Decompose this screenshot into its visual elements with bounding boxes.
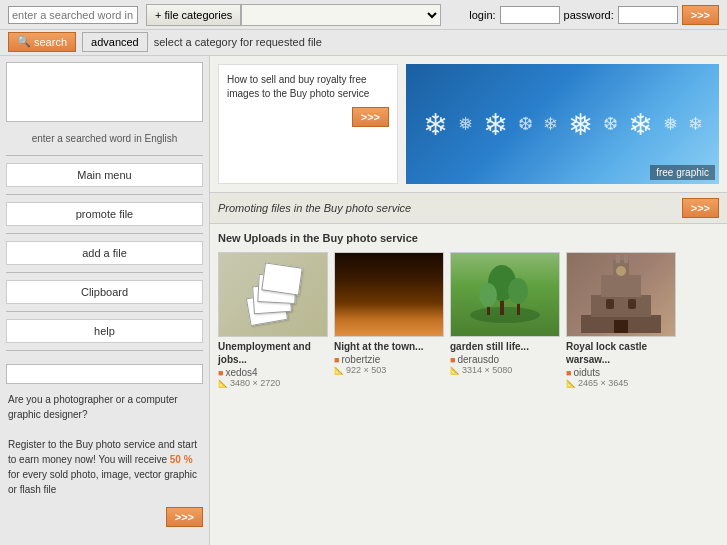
upload-dims-4: 📐 2465 × 3645 <box>566 378 676 388</box>
snowflake-9: ❅ <box>663 113 678 135</box>
upload-info-3: garden still life... ■ derausdo 📐 3314 ×… <box>450 337 560 378</box>
login-input[interactable] <box>500 6 560 24</box>
author-icon-4: ■ <box>566 368 571 378</box>
author-icon-3: ■ <box>450 355 455 365</box>
upload-dims-3: 📐 3314 × 5080 <box>450 365 560 375</box>
upload-dims-2: 📐 922 × 503 <box>334 365 444 375</box>
login-label: login: <box>469 9 495 21</box>
search-label: search <box>34 36 67 48</box>
sidebar-divider-5 <box>6 311 203 312</box>
svg-rect-11 <box>616 255 620 263</box>
promo-text-1: Are you a photographer or a computer gra… <box>8 394 178 420</box>
svg-point-13 <box>616 266 626 276</box>
upload-author-4: ■ oiduts <box>566 367 676 378</box>
upload-thumb-1 <box>218 252 328 337</box>
dims-icon-2: 📐 <box>334 366 344 375</box>
upload-thumb-2 <box>334 252 444 337</box>
info-box-go-container: >>> <box>227 107 389 127</box>
author-name-2: robertzie <box>341 354 380 365</box>
upload-info-1: Unemployment and jobs... ■ xedos4 📐 3480… <box>218 337 328 391</box>
promo-text-2: Register to the Buy photo service and st… <box>8 439 197 465</box>
upload-dims-1: 📐 3480 × 2720 <box>218 378 328 388</box>
sidebar-item-main-menu[interactable]: Main menu <box>6 163 203 187</box>
snowflake-4: ❆ <box>518 113 533 135</box>
second-bar: 🔍 search advanced select a category for … <box>0 30 727 56</box>
search-input[interactable] <box>8 6 138 24</box>
upload-thumb-4 <box>566 252 676 337</box>
sidebar: enter a searched word in English Main me… <box>0 56 210 545</box>
svg-rect-15 <box>628 299 636 309</box>
author-name-1: xedos4 <box>225 367 257 378</box>
dims-icon-4: 📐 <box>566 379 576 388</box>
uploads-grid: Unemployment and jobs... ■ xedos4 📐 3480… <box>218 252 719 391</box>
snowflake-8: ❄ <box>628 107 653 142</box>
promo-bar-go-button[interactable]: >>> <box>682 198 719 218</box>
sidebar-item-promote[interactable]: promote file <box>6 202 203 226</box>
snowflake-7: ❆ <box>603 113 618 135</box>
promo-text-3: for every sold photo, image, vector grap… <box>8 469 197 495</box>
snowflake-3: ❄ <box>483 107 508 142</box>
sidebar-search-box <box>6 62 203 122</box>
category-hint: select a category for requested file <box>154 36 322 48</box>
author-icon-2: ■ <box>334 355 339 365</box>
category-button[interactable]: + file categories <box>146 4 241 26</box>
upload-item-3[interactable]: garden still life... ■ derausdo 📐 3314 ×… <box>450 252 560 391</box>
upload-info-4: Royal lock castle warsaw... ■ oiduts 📐 2… <box>566 337 676 391</box>
author-icon-1: ■ <box>218 368 223 378</box>
svg-rect-8 <box>591 295 651 317</box>
login-area: login: password: >>> <box>469 5 719 25</box>
dims-value-2: 922 × 503 <box>346 365 386 375</box>
search-button[interactable]: 🔍 search <box>8 32 76 52</box>
search-icon: 🔍 <box>17 35 31 48</box>
uploads-title: New Uploads in the Buy photo service <box>218 232 719 244</box>
dims-value-4: 2465 × 3645 <box>578 378 628 388</box>
paper-4 <box>261 262 303 295</box>
sidebar-divider-1 <box>6 155 203 156</box>
svg-point-0 <box>470 307 540 323</box>
upload-thumb-3 <box>450 252 560 337</box>
sidebar-divider-6 <box>6 350 203 351</box>
sidebar-divider-3 <box>6 233 203 234</box>
upload-info-2: Night at the town... ■ robertzie 📐 922 ×… <box>334 337 444 378</box>
sidebar-hint: enter a searched word in English <box>6 130 203 148</box>
sidebar-item-help[interactable]: help <box>6 319 203 343</box>
garden-svg <box>465 265 545 325</box>
upload-item-2[interactable]: Night at the town... ■ robertzie 📐 922 ×… <box>334 252 444 391</box>
promo-highlight: 50 % <box>170 454 193 465</box>
sidebar-go-button[interactable]: >>> <box>166 507 203 527</box>
author-name-3: derausdo <box>457 354 499 365</box>
snowflake-5: ❄ <box>543 113 558 135</box>
upload-author-3: ■ derausdo <box>450 354 560 365</box>
uploads-section: New Uploads in the Buy photo service Une… <box>210 224 727 399</box>
top-bar: + file categories login: password: >>> <box>0 0 727 30</box>
sidebar-small-box <box>6 364 203 384</box>
main-layout: enter a searched word in English Main me… <box>0 56 727 545</box>
paper-stack <box>243 265 303 325</box>
svg-rect-12 <box>624 255 628 263</box>
banner-image: ❄ ❅ ❄ ❆ ❄ ❅ ❆ ❄ ❅ ❄ free graphic <box>406 64 719 184</box>
svg-rect-16 <box>614 320 628 333</box>
svg-rect-14 <box>606 299 614 309</box>
password-input[interactable] <box>618 6 678 24</box>
upload-item-4[interactable]: Royal lock castle warsaw... ■ oiduts 📐 2… <box>566 252 676 391</box>
upload-title-2: Night at the town... <box>334 340 444 353</box>
content-area: How to sell and buy royalty free images … <box>210 56 727 545</box>
category-select[interactable] <box>241 4 441 26</box>
snowflake-6: ❅ <box>568 107 593 142</box>
castle-svg <box>571 255 671 335</box>
svg-rect-9 <box>601 275 641 297</box>
upload-author-2: ■ robertzie <box>334 354 444 365</box>
upload-title-3: garden still life... <box>450 340 560 353</box>
upload-author-1: ■ xedos4 <box>218 367 328 378</box>
password-label: password: <box>564 9 614 21</box>
advanced-button[interactable]: advanced <box>82 32 148 52</box>
login-go-button[interactable]: >>> <box>682 5 719 25</box>
upload-item-1[interactable]: Unemployment and jobs... ■ xedos4 📐 3480… <box>218 252 328 391</box>
author-name-4: oiduts <box>573 367 600 378</box>
sidebar-item-add[interactable]: add a file <box>6 241 203 265</box>
sidebar-item-clipboard[interactable]: Clipboard <box>6 280 203 304</box>
dims-value-3: 3314 × 5080 <box>462 365 512 375</box>
snowflake-1: ❄ <box>423 107 448 142</box>
sidebar-divider-2 <box>6 194 203 195</box>
info-box-go-button[interactable]: >>> <box>352 107 389 127</box>
